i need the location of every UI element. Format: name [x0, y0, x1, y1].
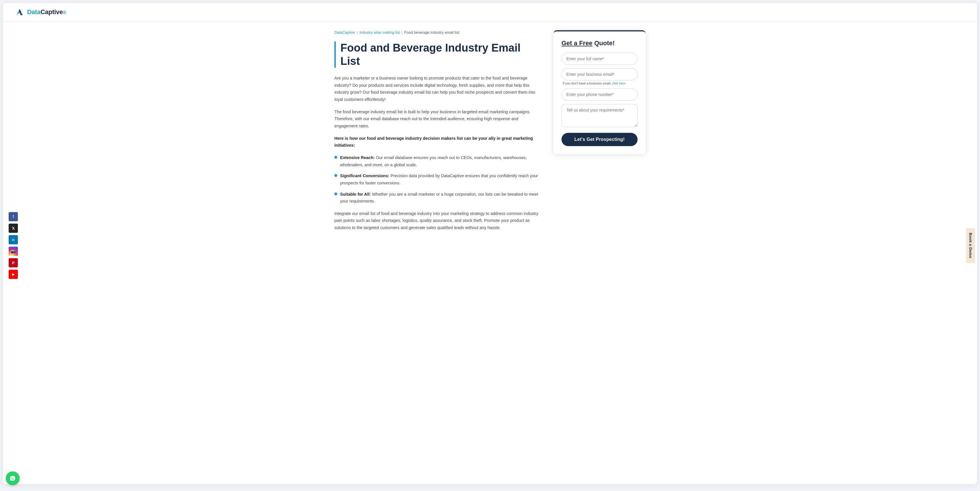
- header: DataCaptive®: [3, 3, 977, 22]
- breadcrumb-sep-2: |: [401, 30, 402, 35]
- bullet-label: Extensive Reach:: [340, 155, 375, 160]
- logo-text: DataCaptive®: [27, 8, 66, 16]
- list-item: Suitable for All: Whether you are a smal…: [334, 191, 542, 205]
- logo[interactable]: DataCaptive®: [14, 7, 66, 17]
- social-linkedin[interactable]: in: [9, 235, 18, 244]
- quote-title-underline: Get a Free: [562, 40, 593, 47]
- logo-icon: [14, 7, 25, 17]
- breadcrumb: DataCaptive | Industry wise mailing list…: [334, 30, 542, 35]
- name-input[interactable]: [562, 53, 638, 65]
- social-pinterest[interactable]: P: [9, 258, 18, 267]
- list-item: Extensive Reach: Our email database ensu…: [334, 154, 542, 168]
- bullet-dot: [334, 192, 337, 195]
- intro-paragraph-1: Are you a marketer or a business owner l…: [334, 75, 542, 103]
- submit-button[interactable]: Let's Get Prospecting!: [562, 133, 638, 146]
- ally-heading: Here is how our food and beverage indust…: [334, 135, 542, 149]
- whatsapp-icon: [9, 474, 17, 482]
- quote-form-card: Get a Free Quote! If you don't have a bu…: [554, 30, 646, 154]
- content-area: DataCaptive | Industry wise mailing list…: [334, 30, 554, 237]
- breadcrumb-sep-1: |: [357, 30, 358, 35]
- bullet-dot: [334, 156, 337, 159]
- list-item: Significant Conversions: Precision data …: [334, 172, 542, 186]
- list-item-text: Extensive Reach: Our email database ensu…: [340, 154, 542, 168]
- closing-paragraph: Integrate our email list of food and bev…: [334, 210, 542, 231]
- bullet-label: Suitable for All:: [340, 192, 371, 197]
- page-title: Food and Beverage Industry Email List: [334, 41, 542, 68]
- whatsapp-button[interactable]: [6, 471, 20, 485]
- email-hint-link[interactable]: click here: [612, 81, 625, 85]
- bullet-label: Significant Conversions:: [340, 173, 390, 178]
- breadcrumb-link-home[interactable]: DataCaptive: [334, 30, 355, 35]
- intro-paragraph-2: The food beverage industry email list is…: [334, 108, 542, 130]
- email-hint: If you don't have a business email, clic…: [562, 81, 638, 85]
- social-sidebar: f 𝕏 in 📷 P ▶: [9, 212, 18, 279]
- social-youtube[interactable]: ▶: [9, 270, 18, 279]
- requirements-textarea[interactable]: [562, 104, 638, 127]
- feature-list: Extensive Reach: Our email database ensu…: [334, 154, 542, 205]
- quote-form-title: Get a Free Quote!: [562, 40, 638, 47]
- breadcrumb-current: Food beverage industry email list: [404, 30, 459, 35]
- breadcrumb-link-industry[interactable]: Industry wise mailing list: [360, 30, 400, 35]
- phone-input[interactable]: [562, 89, 638, 100]
- email-input[interactable]: [562, 68, 638, 80]
- social-instagram[interactable]: 📷: [9, 247, 18, 256]
- list-item-text: Significant Conversions: Precision data …: [340, 172, 542, 186]
- book-demo-tab[interactable]: Book a Demo: [966, 228, 975, 263]
- social-twitter[interactable]: 𝕏: [9, 224, 18, 233]
- list-item-text: Suitable for All: Whether you are a smal…: [340, 191, 542, 205]
- social-facebook[interactable]: f: [9, 212, 18, 221]
- quote-title-rest: Quote!: [593, 40, 615, 47]
- bullet-dot: [334, 174, 337, 177]
